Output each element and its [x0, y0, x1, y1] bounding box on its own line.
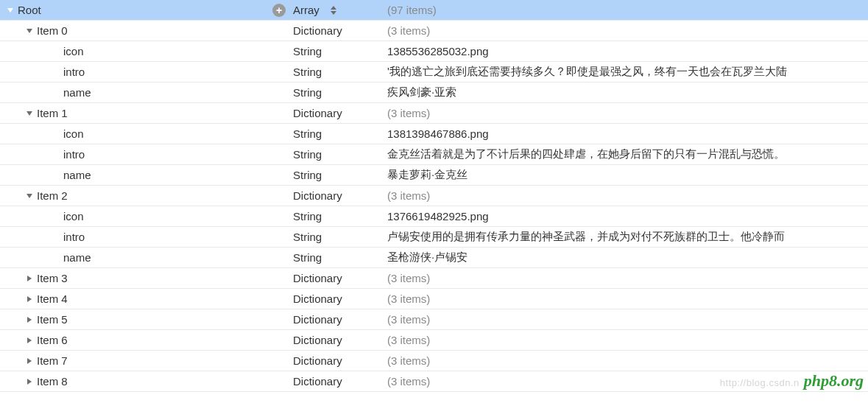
cell-type: Dictionary [293, 292, 387, 305]
type-label: Array [293, 4, 320, 16]
value-summary: (3 items) [387, 375, 430, 388]
disclosure-down-icon[interactable] [25, 27, 34, 35]
tree-row[interactable]: Item 5Dictionary(3 items) [0, 309, 868, 330]
disclosure-right-icon[interactable] [25, 357, 34, 365]
tree-row[interactable]: nameString疾风剑豪·亚索 [0, 83, 868, 103]
type-label: String [293, 210, 322, 222]
cell-value: (3 items) [387, 107, 868, 119]
disclosure-down-icon[interactable] [25, 192, 34, 200]
value-text: 金克丝活着就是为了不计后果的四处肆虐，在她身后留下的只有一片混乱与恐慌。 [387, 147, 785, 160]
add-item-button[interactable] [272, 4, 286, 17]
svg-marker-8 [27, 317, 32, 323]
tree-row[interactable]: introString卢锡安使用的是拥有传承力量的神圣武器，并成为对付不死族群的… [0, 227, 868, 248]
disclosure-right-icon[interactable] [25, 336, 34, 345]
tree-row[interactable]: Item 3Dictionary(3 items) [0, 268, 868, 289]
cell-type: Dictionary [293, 334, 387, 346]
cell-type: Dictionary [293, 375, 387, 388]
type-label: String [293, 148, 322, 161]
value-summary: (3 items) [387, 24, 430, 37]
type-label: Dictionary [293, 292, 342, 305]
cell-key: Item 6 [0, 334, 293, 346]
cell-type: Array [293, 3, 387, 18]
tree-row-root[interactable]: Root Array (97 items) [0, 0, 868, 21]
tree-row[interactable]: introString'我的逃亡之旅到底还需要持续多久？即使是最强之风，终有一天… [0, 62, 868, 83]
value-text: 疾风剑豪·亚索 [387, 85, 456, 98]
cell-key: Item 7 [0, 354, 293, 367]
tree-row[interactable]: iconString1376619482925.png [0, 206, 868, 227]
cell-value: (3 items) [387, 272, 868, 284]
type-stepper[interactable] [330, 3, 340, 18]
disclosure-spacer [52, 212, 60, 221]
disclosure-spacer [52, 171, 60, 180]
key-label: name [63, 251, 91, 264]
cell-value: 暴走萝莉·金克丝 [387, 168, 868, 182]
cell-value: (3 items) [387, 354, 868, 367]
value-text: 圣枪游侠·卢锡安 [387, 250, 467, 263]
svg-marker-2 [331, 11, 336, 15]
svg-marker-5 [27, 194, 32, 198]
type-label: String [293, 45, 322, 57]
value-summary: (3 items) [387, 313, 430, 326]
svg-marker-10 [27, 358, 32, 364]
cell-type: String [293, 86, 387, 99]
disclosure-right-icon[interactable] [25, 377, 34, 386]
cell-type: String [293, 231, 387, 243]
type-label: String [293, 127, 322, 140]
tree-row[interactable]: nameString暴走萝莉·金克丝 [0, 165, 868, 186]
disclosure-spacer [52, 47, 60, 56]
key-label: intro [63, 66, 85, 78]
cell-type: Dictionary [293, 24, 387, 37]
svg-marker-1 [331, 6, 336, 10]
disclosure-spacer [52, 253, 60, 262]
cell-key: name [0, 251, 293, 264]
tree-row[interactable]: Item 8Dictionary(3 items) [0, 371, 868, 392]
type-label: Dictionary [293, 189, 342, 202]
type-label: Dictionary [293, 107, 342, 119]
tree-row[interactable]: Item 7Dictionary(3 items) [0, 351, 868, 371]
disclosure-spacer [52, 150, 60, 159]
tree-row[interactable]: Item 1Dictionary(3 items) [0, 103, 868, 124]
cell-key: Item 8 [0, 375, 293, 388]
disclosure-right-icon[interactable] [25, 295, 34, 304]
tree-row[interactable]: Item 0Dictionary(3 items) [0, 21, 868, 41]
key-label: name [63, 169, 91, 181]
svg-marker-7 [27, 296, 32, 302]
svg-marker-6 [27, 276, 32, 281]
cell-key: icon [0, 45, 293, 57]
disclosure-right-icon[interactable] [25, 274, 34, 283]
disclosure-down-icon[interactable] [6, 6, 15, 15]
tree-row[interactable]: Item 4Dictionary(3 items) [0, 289, 868, 309]
tree-row[interactable]: Item 6Dictionary(3 items) [0, 330, 868, 351]
type-label: Dictionary [293, 334, 342, 346]
key-label: Root [18, 4, 41, 16]
key-label: icon [63, 45, 84, 57]
disclosure-spacer [52, 88, 60, 97]
tree-row[interactable]: introString金克丝活着就是为了不计后果的四处肆虐，在她身后留下的只有一… [0, 144, 868, 165]
key-label: icon [63, 127, 84, 140]
cell-value: 1381398467886.png [387, 127, 868, 140]
cell-value: 疾风剑豪·亚索 [387, 85, 868, 99]
cell-key: Item 0 [0, 24, 293, 37]
cell-value: 卢锡安使用的是拥有传承力量的神圣武器，并成为对付不死族群的卫士。他冷静而 [387, 230, 868, 244]
key-label: Item 2 [37, 189, 68, 202]
key-label: intro [63, 148, 85, 161]
tree-row[interactable]: Item 2Dictionary(3 items) [0, 186, 868, 206]
cell-key: Item 3 [0, 272, 293, 284]
cell-key: icon [0, 127, 293, 140]
key-label: Item 3 [37, 272, 68, 284]
svg-marker-3 [27, 29, 32, 33]
type-label: String [293, 251, 322, 264]
tree-row[interactable]: nameString圣枪游侠·卢锡安 [0, 248, 868, 268]
cell-type: Dictionary [293, 107, 387, 119]
cell-key: icon [0, 210, 293, 222]
cell-type: String [293, 66, 387, 78]
key-label: Item 6 [37, 334, 68, 346]
cell-key: Item 2 [0, 189, 293, 202]
type-label: String [293, 86, 322, 99]
cell-value: (3 items) [387, 375, 868, 388]
disclosure-down-icon[interactable] [25, 109, 34, 118]
cell-value: 金克丝活着就是为了不计后果的四处肆虐，在她身后留下的只有一片混乱与恐慌。 [387, 147, 868, 161]
disclosure-right-icon[interactable] [25, 315, 34, 324]
tree-row[interactable]: iconString1385536285032.png [0, 41, 868, 62]
tree-row[interactable]: iconString1381398467886.png [0, 124, 868, 144]
